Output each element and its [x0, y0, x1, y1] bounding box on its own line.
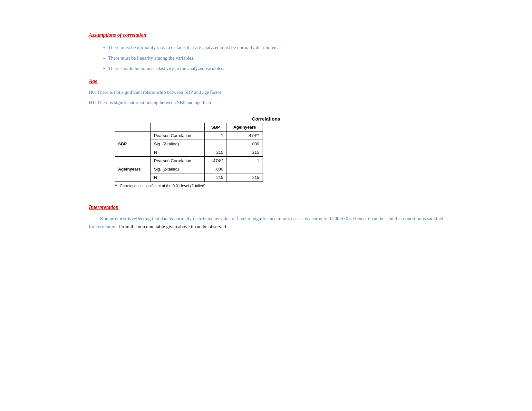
cell-sbp-sig-label: Sig. (2-tailed)	[150, 140, 204, 148]
interpretation-title: Interpretation	[89, 204, 443, 210]
assumptions-section: Assumptions of correlation There must be…	[89, 32, 443, 72]
table-row: Ageinyears Pearson Correlation .474** 1	[115, 156, 263, 165]
col-header-empty2	[150, 123, 204, 131]
age-title: Age	[89, 78, 443, 84]
interpretation-section: Interpretation Komorov test is reflectin…	[89, 204, 443, 231]
bullet-item-1: There must be normality in data or facts…	[108, 44, 443, 51]
cell-age-n-label: N	[150, 173, 204, 181]
col-header-ageinyears: Ageinyears	[227, 123, 263, 131]
cell-sbp-sig-sbp	[205, 140, 227, 148]
assumptions-title: Assumptions of correlation	[89, 32, 443, 38]
cell-sbp-n-label: N	[150, 148, 204, 156]
page: Assumptions of correlation There must be…	[89, 13, 443, 231]
cell-sbp-sig-age: .000	[227, 140, 263, 148]
col-header-empty1	[115, 123, 150, 131]
bullet-list: There must be normality in data or facts…	[108, 44, 443, 72]
bullet-item-2: There must be linearity among the variab…	[108, 54, 443, 62]
interpretation-text-black: . From the outcome table given above it …	[117, 224, 226, 229]
cell-age-pearson-sbp: .474**	[205, 156, 227, 165]
interpretation-body: Komorov test is reflecting that data is …	[89, 215, 443, 231]
top-spacer	[89, 13, 443, 32]
h0-statement: H0: There is not significant relationshi…	[89, 88, 443, 96]
cell-sbp-n-age: 215	[227, 148, 263, 156]
age-section: Age H0: There is not significant relatio…	[89, 78, 443, 106]
cell-age-pearson-label: Pearson Correlation	[150, 156, 204, 165]
cell-age-sig-age	[227, 165, 263, 173]
correlations-table: SBP Ageinyears SBP Pearson Correlation 1…	[115, 123, 263, 182]
cell-age-n-age: 215	[227, 173, 263, 181]
cell-age-sig-sbp: .000	[205, 165, 227, 173]
table-title: Correlations	[89, 116, 443, 122]
cell-sbp-pearson-sbp: 1	[205, 131, 227, 140]
correlations-table-section: Correlations SBP Ageinyears SBP Pearson …	[89, 116, 443, 188]
cell-sbp-pearson-label: Pearson Correlation	[150, 131, 204, 140]
col-header-sbp: SBP	[205, 123, 227, 131]
cell-sbp-n-sbp: 215	[205, 148, 227, 156]
cell-age-n-sbp: 215	[205, 173, 227, 181]
h1-statement: H1: There is significant relationship be…	[89, 99, 443, 106]
cell-age-pearson-age: 1	[227, 156, 263, 165]
table-row: SBP Pearson Correlation 1 .474**	[115, 131, 263, 140]
bullet-item-3: There should be homoscedasticity in the …	[108, 65, 443, 72]
cell-sbp-pearson-age: .474**	[227, 131, 263, 140]
cell-age-sig-label: Sig. (2-tailed)	[150, 165, 204, 173]
row-group-ageinyears: Ageinyears	[115, 156, 150, 181]
table-footnote: **. Correlation is significant at the 0.…	[115, 184, 443, 188]
row-group-sbp: SBP	[115, 131, 150, 156]
table-header-row: SBP Ageinyears	[115, 123, 263, 131]
